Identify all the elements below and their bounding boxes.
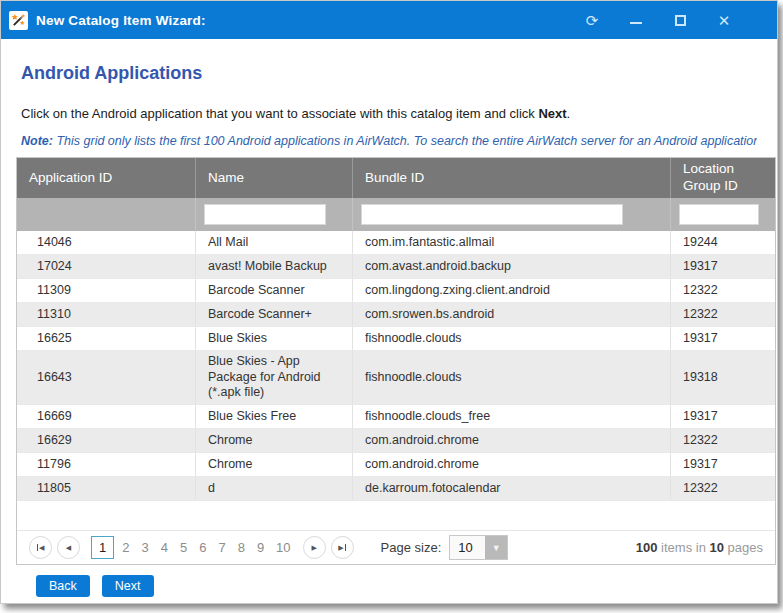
last-page-button[interactable]: ▶ [331, 536, 354, 559]
cell-location-group-id: 19317 [670, 255, 775, 278]
table-row[interactable]: 16625 Blue Skies fishnoodle.clouds 19317 [17, 327, 775, 351]
page-number-7[interactable]: 7 [212, 537, 231, 558]
grid-filter-row [17, 198, 775, 231]
cell-name: avast! Mobile Backup [195, 255, 352, 278]
minimize-icon[interactable] [627, 11, 645, 29]
refresh-icon[interactable]: ⟳ [583, 11, 601, 29]
page-number-8[interactable]: 8 [232, 537, 251, 558]
close-icon[interactable]: ✕ [715, 11, 733, 29]
table-row[interactable]: 16669 Blue Skies Free fishnoodle.clouds_… [17, 405, 775, 429]
first-page-button[interactable]: ◀ [29, 536, 52, 559]
name-filter-input[interactable] [204, 204, 326, 225]
cell-name: All Mail [195, 231, 352, 254]
cell-name: Blue Skies [195, 327, 352, 350]
cell-location-group-id: 19244 [670, 231, 775, 254]
cell-application-id: 14046 [17, 231, 195, 254]
table-row[interactable]: 11805 d de.karroum.fotocalendar 12322 [17, 477, 775, 501]
column-header-location-group-id[interactable]: Location Group ID [670, 158, 775, 198]
title-bar: New Catalog Item Wizard: ⟳ ✕ [1, 1, 777, 39]
next-page-button[interactable]: ▶ [303, 536, 326, 559]
table-row[interactable]: 17024 avast! Mobile Backup com.avast.and… [17, 255, 775, 279]
cell-application-id: 17024 [17, 255, 195, 278]
table-row[interactable]: 14046 All Mail com.im.fantastic.allmail … [17, 231, 775, 255]
cell-location-group-id: 12322 [670, 279, 775, 302]
cell-bundle-id: com.srowen.bs.android [352, 303, 670, 326]
next-button[interactable]: Next [102, 575, 154, 597]
location-group-id-filter-input[interactable] [679, 204, 759, 225]
cell-application-id: 16629 [17, 429, 195, 452]
cell-application-id: 11309 [17, 279, 195, 302]
page-size-label: Page size: [381, 540, 442, 555]
cell-location-group-id: 19317 [670, 327, 775, 350]
cell-bundle-id: com.android.chrome [352, 453, 670, 476]
cell-name: d [195, 477, 352, 500]
page-title: Android Applications [21, 63, 757, 84]
cell-application-id: 11805 [17, 477, 195, 500]
table-row[interactable]: 11309 Barcode Scanner com.lingdong.zxing… [17, 279, 775, 303]
column-header-bundle-id[interactable]: Bundle ID [352, 158, 670, 198]
column-header-name[interactable]: Name [195, 158, 352, 198]
cell-bundle-id: com.im.fantastic.allmail [352, 231, 670, 254]
page-size-dropdown[interactable]: 10 ▼ [449, 535, 508, 560]
grid-pager: ◀ ◀ 1 2 3 4 5 6 7 8 9 10 ▶ ▶ Page size: [17, 530, 775, 564]
back-button[interactable]: Back [36, 575, 90, 597]
page-number-3[interactable]: 3 [135, 537, 154, 558]
page-number-1[interactable]: 1 [91, 536, 114, 559]
cell-application-id: 16669 [17, 405, 195, 428]
cell-location-group-id: 19317 [670, 405, 775, 428]
cell-application-id: 16625 [17, 327, 195, 350]
pager-summary: 100 items in 10 pages [636, 540, 763, 555]
cell-bundle-id: de.karroum.fotocalendar [352, 477, 670, 500]
cell-application-id: 11796 [17, 453, 195, 476]
table-row[interactable]: 11310 Barcode Scanner+ com.srowen.bs.and… [17, 303, 775, 327]
note-text: Note: This grid only lists the first 100… [21, 134, 757, 148]
column-header-application-id[interactable]: Application ID [17, 158, 195, 198]
cell-application-id: 11310 [17, 303, 195, 326]
table-row[interactable]: 11796 Chrome com.android.chrome 19317 [17, 453, 775, 477]
chevron-down-icon[interactable]: ▼ [485, 536, 507, 559]
cell-name: Chrome [195, 453, 352, 476]
cell-name: Chrome [195, 429, 352, 452]
instruction-next-keyword: Next [538, 106, 566, 121]
page-number-2[interactable]: 2 [116, 537, 135, 558]
page-number-9[interactable]: 9 [251, 537, 270, 558]
cell-location-group-id: 12322 [670, 303, 775, 326]
page-size-value: 10 [450, 536, 485, 559]
table-row[interactable]: 16629 Chrome com.android.chrome 12322 [17, 429, 775, 453]
page-number-4[interactable]: 4 [155, 537, 174, 558]
grid-header-row: Application ID Name Bundle ID Location G… [17, 158, 775, 198]
cell-name: Barcode Scanner [195, 279, 352, 302]
cell-location-group-id: 19318 [670, 351, 775, 404]
page-number-5[interactable]: 5 [174, 537, 193, 558]
maximize-icon[interactable] [671, 11, 689, 29]
bundle-id-filter-input[interactable] [361, 204, 623, 225]
page-number-list: 1 2 3 4 5 6 7 8 9 10 [91, 536, 297, 559]
applications-grid: Application ID Name Bundle ID Location G… [16, 157, 776, 565]
wizard-footer: Back Next [36, 575, 762, 597]
table-row[interactable]: 16643 Blue Skies - App Package for Andro… [17, 351, 775, 405]
cell-bundle-id: com.lingdong.zxing.client.android [352, 279, 670, 302]
previous-page-button[interactable]: ◀ [57, 536, 80, 559]
cell-bundle-id: fishnoodle.clouds_free [352, 405, 670, 428]
cell-bundle-id: com.android.chrome [352, 429, 670, 452]
wizard-wand-icon [9, 11, 28, 30]
window-title: New Catalog Item Wizard: [36, 13, 583, 28]
cell-bundle-id: fishnoodle.clouds [352, 327, 670, 350]
cell-location-group-id: 12322 [670, 429, 775, 452]
cell-location-group-id: 19317 [670, 453, 775, 476]
filter-cell-application-id [17, 198, 195, 231]
cell-application-id: 16643 [17, 351, 195, 404]
cell-bundle-id: fishnoodle.clouds [352, 351, 670, 404]
wizard-window: New Catalog Item Wizard: ⟳ ✕ Android App… [0, 0, 778, 604]
cell-bundle-id: com.avast.android.backup [352, 255, 670, 278]
cell-location-group-id: 12322 [670, 477, 775, 500]
cell-name: Blue Skies - App Package for Android (*.… [195, 351, 352, 404]
grid-empty-space [17, 501, 775, 530]
cell-name: Blue Skies Free [195, 405, 352, 428]
page-number-10[interactable]: 10 [270, 537, 296, 558]
cell-name: Barcode Scanner+ [195, 303, 352, 326]
instruction-text: Click on the Android application that yo… [21, 106, 757, 121]
page-number-6[interactable]: 6 [193, 537, 212, 558]
